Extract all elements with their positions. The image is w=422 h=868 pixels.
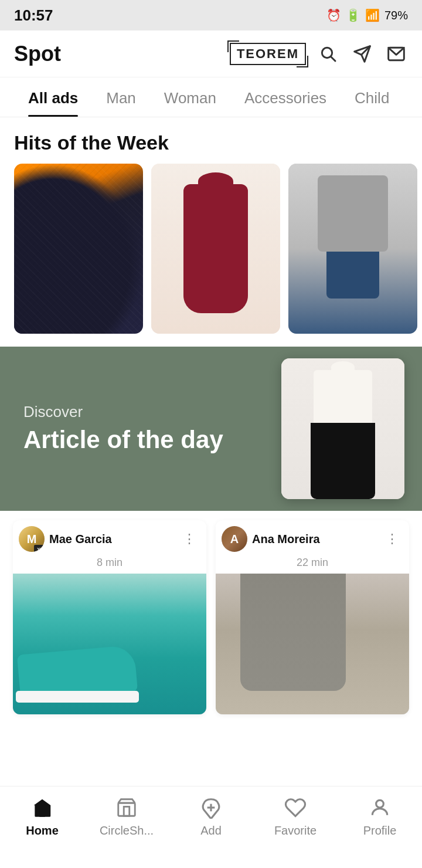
alarm-icon: ⏰ [326,8,341,22]
status-time: 10:57 [14,6,53,25]
nav-favorite[interactable]: Favorite [266,795,325,838]
feed-header-ana: Ana Moreira ⋮ [216,520,409,555]
status-icons: ⏰ 🔋 📶 79% [326,8,408,22]
signal-icon: 📶 [365,8,380,22]
article-photo [281,358,404,499]
pants-image [216,574,409,714]
avatar-ana [222,526,247,552]
more-options-ana[interactable]: ⋮ [381,529,403,549]
hits-title: Hits of the Week [0,117,422,164]
bottom-nav: Home CircleSh... Add Fa [0,786,422,868]
jeans-image [14,164,143,334]
feed-card-mae[interactable]: YE Mae Garcia ⋮ 8 min [13,520,206,714]
svg-rect-6 [118,803,135,816]
battery-icon: 🔋 [346,8,360,22]
nav-add[interactable]: Add [182,795,240,838]
feed-time-mae: 8 min [13,555,206,574]
nav-circleshop-label: CircleSh... [100,824,154,838]
more-options-mae[interactable]: ⋮ [178,529,200,549]
nav-home-label: Home [26,824,59,838]
profile-icon [367,795,393,820]
feed-grid: YE Mae Garcia ⋮ 8 min Ana Moreira ⋮ 22 m… [0,511,422,724]
brand-logo[interactable]: TEOREM [230,43,306,65]
tab-accessories[interactable]: Accessories [230,77,341,117]
dress-image [151,164,280,334]
article-title: Article of the day [23,426,223,454]
feed-time-ana: 22 min [216,555,409,574]
article-banner[interactable]: Discover Article of the day [0,347,422,511]
gray-top-image [288,164,417,334]
gray-figure [318,175,388,322]
nav-profile[interactable]: Profile [350,795,409,838]
hit-card-jeans[interactable] [14,164,143,334]
status-bar: 10:57 ⏰ 🔋 📶 79% [0,0,422,30]
nav-add-label: Add [200,824,222,838]
nav-profile-label: Profile [363,824,397,838]
app-header: Spot TEOREM [0,30,422,77]
discover-label: Discover [23,403,223,421]
tab-woman[interactable]: Woman [150,77,230,117]
avatar-image-ana [222,526,247,552]
article-text: Discover Article of the day [23,403,223,454]
nav-favorite-label: Favorite [274,824,316,838]
category-tabs: All ads Man Woman Accessories Child [0,77,422,117]
location-button[interactable] [350,42,374,66]
home-icon [29,795,55,820]
outfit-figure [281,358,404,499]
gray-pants [326,252,379,299]
outfit-skirt [311,423,375,499]
tab-child[interactable]: Child [341,77,403,117]
feed-user-ana: Ana Moreira [222,526,320,552]
battery-percent: 79% [384,9,408,22]
add-icon [198,795,224,820]
store-badge-mae: YE [34,545,45,552]
mail-button[interactable] [384,42,408,66]
heart-icon [283,795,308,820]
app-logo-text: Spot [14,42,61,66]
avatar-mae: YE [19,526,45,552]
hit-card-dress[interactable] [151,164,280,334]
username-mae: Mae Garcia [49,533,112,546]
feed-user-mae: YE Mae Garcia [19,526,112,552]
svg-rect-8 [124,806,130,816]
nav-home[interactable]: Home [13,795,72,838]
search-button[interactable] [316,42,340,66]
nav-circleshop[interactable]: CircleSh... [97,795,156,838]
sneakers-image [13,574,206,714]
feed-image-mae [13,574,206,714]
hits-scroll-container[interactable] [0,164,422,334]
store-icon [114,795,139,820]
svg-rect-5 [39,809,45,817]
svg-line-1 [331,56,335,60]
dress-shape [183,184,248,313]
header-actions: TEOREM [230,42,408,66]
gray-shirt [318,175,388,252]
tab-man[interactable]: Man [92,77,150,117]
hit-card-gray-top[interactable] [288,164,417,334]
username-ana: Ana Moreira [252,533,320,546]
feed-image-ana [216,574,409,714]
feed-card-ana[interactable]: Ana Moreira ⋮ 22 min [216,520,409,714]
tab-all-ads[interactable]: All ads [14,77,92,117]
feed-header-mae: YE Mae Garcia ⋮ [13,520,206,555]
hits-section: Hits of the Week [0,117,422,334]
svg-point-11 [376,800,384,808]
